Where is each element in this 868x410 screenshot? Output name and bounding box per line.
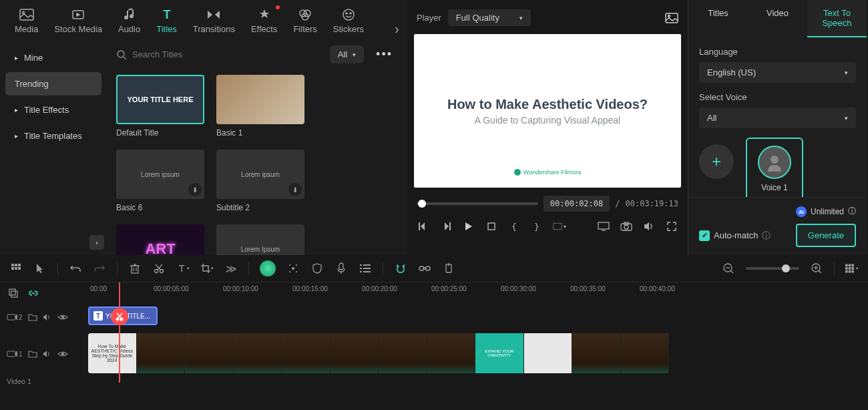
title-thumbnail[interactable]: YOUR TITLE HERE <box>116 75 204 124</box>
zoom-in-icon[interactable] <box>810 262 823 275</box>
title-thumbnail[interactable]: Lorem Ipsum <box>216 224 304 255</box>
grid-icon[interactable] <box>9 262 23 275</box>
video-clip[interactable]: How To Make AESTHETIC VideosStep by Step… <box>88 333 669 373</box>
title-thumbnail[interactable]: Lorem ipsum⬇ <box>216 150 304 199</box>
more-options-button[interactable]: ••• <box>371 45 398 64</box>
timeline-ruler[interactable]: 00:00 00:00:05:00 00:00:10:00 00:00:15:0… <box>87 282 868 302</box>
tab-audio[interactable]: Audio <box>112 4 147 37</box>
right-tab-tts[interactable]: Text To Speech <box>807 0 867 37</box>
undo-icon[interactable] <box>69 262 82 275</box>
delete-icon[interactable] <box>128 262 142 275</box>
automatch-checkbox[interactable]: ✓ Auto-match ⓘ <box>699 230 771 242</box>
track-mute-icon[interactable] <box>43 350 52 358</box>
right-tab-video[interactable]: Video <box>748 0 807 37</box>
mark-in-icon[interactable]: { <box>507 220 521 233</box>
tab-stickers[interactable]: Stickers <box>327 4 371 37</box>
more-tools-icon[interactable]: ≫ <box>224 262 238 275</box>
sidebar-title-effects[interactable]: ▸Title Effects <box>5 98 101 122</box>
title-card[interactable]: Lorem Ipsum <box>216 224 304 255</box>
video-frame <box>331 333 379 373</box>
playhead[interactable] <box>119 282 120 383</box>
download-icon[interactable]: ⬇ <box>188 183 202 196</box>
tab-stock-media[interactable]: Stock Media <box>47 4 109 37</box>
title-card[interactable]: Lorem ipsum⬇ Subtitle 2 <box>216 150 304 212</box>
tabs-scroll-right[interactable]: › <box>395 21 399 37</box>
svg-rect-38 <box>18 267 21 270</box>
redo-icon[interactable] <box>93 262 106 275</box>
tab-media[interactable]: Media <box>8 4 45 37</box>
tab-transitions[interactable]: Transitions <box>186 4 242 37</box>
sidebar-title-templates[interactable]: ▸Title Templates <box>5 124 101 148</box>
track-visible-icon[interactable] <box>57 314 68 321</box>
link-icon[interactable] <box>418 262 431 275</box>
generate-button[interactable]: Generate <box>796 224 856 247</box>
title-card[interactable]: Lorem ipsum⬇ Basic 6 <box>116 150 204 212</box>
voice-filter-select[interactable]: All▾ <box>699 108 856 128</box>
track-lock-icon[interactable]: 1 <box>7 350 23 358</box>
shield-icon[interactable] <box>310 262 324 275</box>
seek-handle[interactable] <box>418 200 426 208</box>
svg-rect-74 <box>849 264 851 267</box>
zoom-handle[interactable] <box>782 264 790 272</box>
crop-icon[interactable]: ▾ <box>200 262 214 275</box>
magnet-icon[interactable] <box>394 262 407 275</box>
title-thumbnail[interactable]: Lorem ipsum⬇ <box>116 150 204 199</box>
info-icon[interactable]: ⓘ <box>848 206 856 217</box>
track-lock-icon[interactable]: 2 <box>7 313 23 321</box>
selected-voice-card[interactable]: Voice 1 <box>746 138 803 197</box>
quality-dropdown[interactable]: Full Quality▾ <box>448 9 531 26</box>
right-tab-titles[interactable]: Titles <box>688 0 748 37</box>
track-folder-icon[interactable] <box>28 313 37 321</box>
title-card[interactable]: Basic 1 <box>216 75 304 138</box>
track-mute-icon[interactable] <box>43 313 52 321</box>
zoom-slider[interactable] <box>746 267 799 270</box>
seek-bar[interactable] <box>417 202 538 205</box>
title-card[interactable]: YOUR TITLE HERE Default Title <box>116 75 204 138</box>
title-thumbnail[interactable] <box>216 75 304 124</box>
track-folder-icon[interactable] <box>28 350 37 358</box>
zoom-out-icon[interactable] <box>722 262 735 275</box>
video-frame: EXPAND YOUR CREATIVITY <box>475 333 524 373</box>
sidebar-trending[interactable]: Trending <box>5 72 101 95</box>
ai-assistant-button[interactable] <box>260 260 276 276</box>
ratio-icon[interactable]: ▾ <box>553 220 566 233</box>
track-layers-icon[interactable] <box>7 286 20 300</box>
search-input[interactable] <box>132 49 323 59</box>
sparkle-icon[interactable] <box>286 262 300 275</box>
effects-icon <box>256 7 272 23</box>
track-visible-icon[interactable] <box>57 351 68 357</box>
info-icon[interactable]: ⓘ <box>762 230 771 242</box>
mic-icon[interactable] <box>335 262 348 275</box>
collapse-sidebar-button[interactable]: ‹ <box>89 235 104 250</box>
tab-effects[interactable]: Effects <box>244 4 284 37</box>
list-icon[interactable] <box>359 262 372 275</box>
mark-out-icon[interactable]: } <box>530 220 544 233</box>
sidebar-mine[interactable]: ▸Mine <box>5 46 101 69</box>
play-icon[interactable] <box>462 220 475 233</box>
volume-icon[interactable] <box>642 220 656 233</box>
tab-titles[interactable]: TTitles <box>150 4 184 37</box>
preview-canvas[interactable]: How to Make Aesthetic Videos? A Guide to… <box>414 34 681 188</box>
text-icon[interactable]: T▾ <box>176 262 190 275</box>
ruler-tick: 00:00:30:00 <box>501 285 536 292</box>
cut-icon[interactable] <box>152 262 166 275</box>
title-card[interactable]: ART <box>116 224 204 255</box>
language-select[interactable]: English (US)▾ <box>699 62 856 83</box>
add-voice-button[interactable]: + <box>699 144 734 179</box>
track-link-icon[interactable] <box>27 286 40 300</box>
cursor-icon[interactable] <box>33 262 47 275</box>
stop-icon[interactable] <box>485 220 498 233</box>
fullscreen-icon[interactable] <box>665 220 678 233</box>
display-icon[interactable] <box>597 220 610 233</box>
next-frame-icon[interactable] <box>439 220 453 233</box>
marker-icon[interactable] <box>442 262 455 275</box>
prev-frame-icon[interactable] <box>417 220 430 233</box>
view-mode-icon[interactable]: ▾ <box>845 262 859 275</box>
camera-icon[interactable] <box>620 220 633 233</box>
filter-dropdown[interactable]: All▾ <box>330 45 364 63</box>
svg-marker-89 <box>15 315 17 320</box>
tab-filters[interactable]: Filters <box>286 4 323 37</box>
title-thumbnail[interactable]: ART <box>116 224 204 255</box>
download-icon[interactable]: ⬇ <box>288 183 302 196</box>
snapshot-icon[interactable] <box>665 13 678 23</box>
